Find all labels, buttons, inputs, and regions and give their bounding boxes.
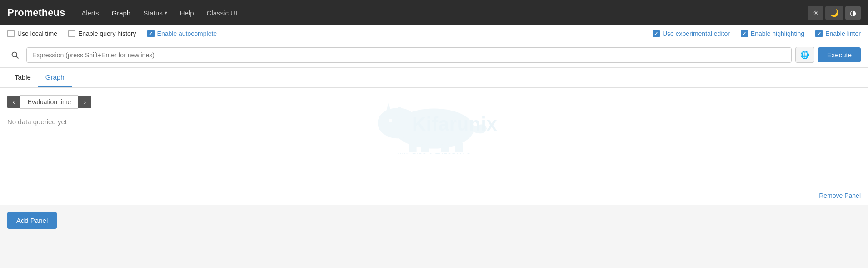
globe-icon: 🌐: [800, 51, 809, 59]
svg-rect-8: [455, 143, 463, 152]
panel-tabs: Table Graph: [0, 68, 868, 88]
use-experimental-editor-checkbox[interactable]: [653, 30, 660, 37]
search-icon: [7, 49, 23, 61]
nav-alerts[interactable]: Alerts: [76, 5, 104, 20]
enable-highlighting-label[interactable]: Enable highlighting: [741, 30, 804, 37]
nav-status[interactable]: Status ▾: [138, 5, 173, 20]
expression-input[interactable]: [26, 47, 792, 63]
remove-panel-row: Remove Panel: [0, 188, 868, 205]
svg-rect-6: [421, 144, 429, 152]
enable-highlighting-checkbox[interactable]: [741, 30, 748, 37]
theme-switcher: ☀ 🌙 ◑: [808, 6, 861, 20]
enable-query-history-label[interactable]: Enable query history: [68, 30, 136, 37]
svg-rect-7: [441, 144, 449, 152]
svg-point-0: [12, 52, 17, 57]
svg-text:*NIX TIPS & TUTORIALS: *NIX TIPS & TUTORIALS: [397, 152, 471, 154]
use-experimental-editor-label[interactable]: Use experimental editor: [653, 30, 730, 37]
nav-graph[interactable]: Graph: [106, 5, 136, 20]
enable-linter-label[interactable]: Enable linter: [815, 30, 861, 37]
use-local-time-label[interactable]: Use local time: [7, 30, 57, 37]
light-theme-button[interactable]: ☀: [808, 6, 823, 20]
eval-time-next-button[interactable]: ›: [78, 96, 91, 108]
enable-query-history-checkbox[interactable]: [68, 30, 75, 37]
add-panel-section: Add Panel: [0, 205, 868, 236]
brand-title: Prometheus: [7, 7, 65, 19]
no-data-message: No data queried yet: [7, 118, 861, 126]
nav-help[interactable]: Help: [175, 5, 200, 20]
main-panel: Table Graph: [0, 68, 868, 205]
options-right: Use experimental editor Enable highlight…: [653, 30, 861, 37]
navbar: Prometheus Alerts Graph Status ▾ Help Cl…: [0, 0, 868, 25]
svg-line-1: [16, 56, 19, 59]
nav-classic-ui[interactable]: Classic UI: [201, 5, 243, 20]
panel-content: *NIX TIPS & TUTORIALS Kifarunix ‹ Evalua…: [0, 88, 868, 188]
metrics-explorer-button[interactable]: 🌐: [795, 47, 814, 63]
nav-menu: Alerts Graph Status ▾ Help Classic UI: [76, 5, 808, 20]
dark-theme-button[interactable]: 🌙: [825, 6, 843, 20]
execute-button[interactable]: Execute: [818, 47, 861, 62]
use-local-time-checkbox[interactable]: [7, 30, 15, 37]
evaluation-time-row: ‹ Evaluation time ›: [7, 95, 861, 109]
eval-time-prev-button[interactable]: ‹: [7, 96, 20, 108]
tab-table[interactable]: Table: [7, 68, 38, 87]
eval-time-label: Evaluation time: [20, 95, 79, 109]
enable-linter-checkbox[interactable]: [815, 30, 823, 37]
options-bar: Use local time Enable query history Enab…: [0, 25, 868, 42]
remove-panel-link[interactable]: Remove Panel: [819, 192, 861, 199]
search-bar: 🌐 Execute: [0, 42, 868, 68]
svg-point-2: [394, 109, 474, 149]
svg-rect-5: [409, 143, 417, 152]
enable-autocomplete-label[interactable]: Enable autocomplete: [147, 30, 217, 37]
system-theme-button[interactable]: ◑: [845, 6, 861, 20]
add-panel-button[interactable]: Add Panel: [7, 212, 57, 229]
enable-autocomplete-checkbox[interactable]: [147, 30, 155, 37]
tab-graph[interactable]: Graph: [38, 68, 72, 87]
dropdown-caret-icon: ▾: [165, 10, 167, 16]
